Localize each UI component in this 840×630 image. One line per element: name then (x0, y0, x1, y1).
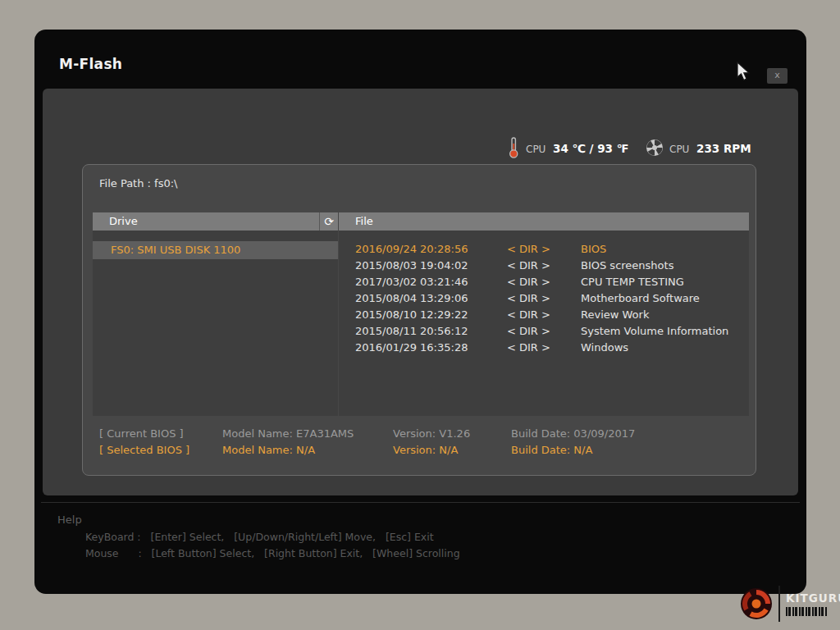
kitguru-divider (778, 586, 780, 622)
current-bios-row: [ Current BIOS ] Model Name: E7A31AMS Ve… (83, 426, 756, 442)
file-type: < DIR > (507, 241, 581, 258)
close-button[interactable]: x (767, 68, 788, 84)
thermometer-icon (508, 136, 519, 159)
drive-item-selected[interactable]: FS0: SMI USB DISK 1100 (93, 241, 338, 259)
selected-bios-model: Model Name: N/A (222, 442, 315, 459)
mouse-cursor (737, 62, 751, 83)
selected-bios-build: Build Date: N/A (511, 442, 592, 459)
table-row[interactable]: 2015/08/03 19:04:02 < DIR > BIOS screens… (339, 258, 749, 274)
help-mouse-line: Mouse : [Left Button] Select, [Right But… (85, 547, 460, 559)
table-row[interactable]: 2016/01/29 16:35:28 < DIR > Windows (339, 340, 749, 356)
current-bios-version: Version: V1.26 (393, 426, 470, 442)
file-name: Review Work (581, 307, 749, 323)
kitguru-logo: KITGURU (740, 586, 840, 622)
cpu-fan-value: 233 RPM (696, 142, 751, 155)
file-name: BIOS (581, 241, 749, 258)
cpu-fan-label: CPU (669, 144, 689, 155)
file-type: < DIR > (507, 323, 581, 340)
divider (41, 502, 800, 503)
refresh-icon: ⟳ (324, 215, 334, 228)
file-name: System Volume Information (581, 323, 749, 340)
file-date: 2015/08/11 20:56:12 (355, 323, 507, 340)
page-title: M-Flash (59, 56, 122, 72)
file-date: 2015/08/10 12:29:22 (355, 307, 507, 323)
drive-list: FS0: SMI USB DISK 1100 (93, 231, 338, 416)
cpu-temp-label: CPU (526, 144, 546, 155)
table-row[interactable]: 2015/08/10 12:29:22 < DIR > Review Work (339, 307, 749, 323)
file-type: < DIR > (507, 340, 581, 356)
help-keyboard-line: KeyBoard : [Enter] Select, [Up/Down/Righ… (85, 531, 434, 543)
kitguru-wordmark: KITGURU (786, 591, 840, 605)
current-bios-label: [ Current BIOS ] (99, 426, 184, 442)
file-name: Motherboard Software (581, 290, 749, 307)
drive-column-header: Drive (93, 212, 319, 231)
file-browser-panel: File Path : fs0:\ Drive ⟳ File FS0: SMI … (82, 164, 756, 476)
file-list: 2016/09/24 20:28:56 < DIR > BIOS 2015/08… (339, 231, 749, 416)
help-title: Help (57, 514, 82, 526)
main-panel: CPU 34 ℃ / 93 ℉ CPU 233 RPM File Path : … (43, 89, 798, 495)
file-date: 2016/09/24 20:28:56 (355, 241, 507, 258)
file-type: < DIR > (507, 258, 581, 274)
file-date: 2015/08/03 19:04:02 (355, 258, 507, 274)
file-name: BIOS screenshots (581, 258, 749, 274)
fan-icon (646, 139, 664, 157)
file-column-header: File (339, 212, 749, 231)
file-type: < DIR > (507, 290, 581, 307)
cpu-temp-value: 34 ℃ / 93 ℉ (553, 142, 628, 155)
table-row[interactable]: 2017/03/02 03:21:46 < DIR > CPU TEMP TES… (339, 274, 749, 290)
file-date: 2016/01/29 16:35:28 (355, 340, 507, 356)
file-type: < DIR > (507, 307, 581, 323)
kitguru-swirl-icon (740, 587, 773, 620)
file-name: CPU TEMP TESTING (581, 274, 749, 290)
file-name: Windows (581, 340, 749, 356)
table-row[interactable]: 2015/08/11 20:56:12 < DIR > System Volum… (339, 323, 749, 340)
refresh-button[interactable]: ⟳ (319, 212, 338, 231)
desktop-background: M-Flash x CPU 34 ℃ / 93 ℉ CPU (0, 0, 840, 630)
selected-bios-row: [ Selected BIOS ] Model Name: N/A Versio… (83, 442, 756, 459)
current-bios-build: Build Date: 03/09/2017 (511, 426, 635, 442)
current-bios-model: Model Name: E7A31AMS (222, 426, 354, 442)
file-date: 2015/08/04 13:29:06 (355, 290, 507, 307)
bios-info-area: [ Current BIOS ] Model Name: E7A31AMS Ve… (83, 426, 756, 459)
file-path-label: File Path : fs0:\ (99, 177, 177, 189)
table-row[interactable]: 2015/08/04 13:29:06 < DIR > Motherboard … (339, 290, 749, 307)
kitguru-barcode (786, 607, 827, 616)
mflash-window: M-Flash x CPU 34 ℃ / 93 ℉ CPU (34, 30, 806, 594)
file-date: 2017/03/02 03:21:46 (355, 274, 507, 290)
selected-bios-label: [ Selected BIOS ] (99, 442, 189, 459)
table-row[interactable]: 2016/09/24 20:28:56 < DIR > BIOS (339, 241, 749, 258)
selected-bios-version: Version: N/A (393, 442, 458, 459)
file-type: < DIR > (507, 274, 581, 290)
